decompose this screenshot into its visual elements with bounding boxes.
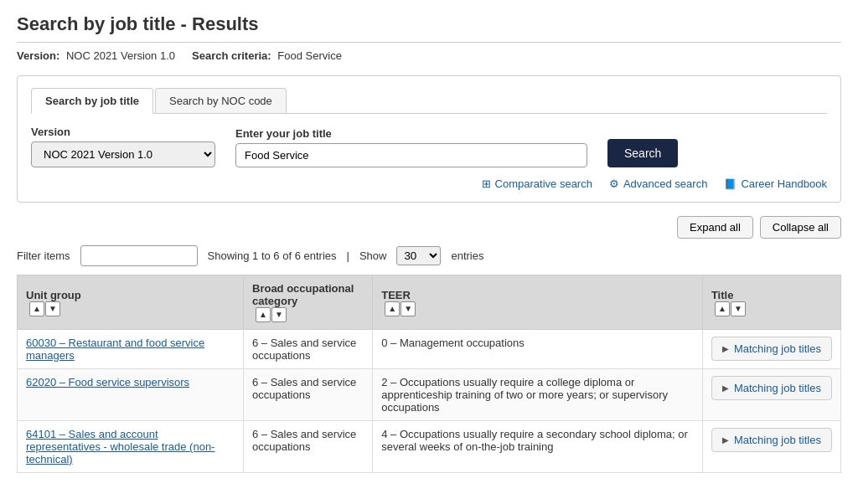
results-controls: Expand all Collapse all <box>17 216 841 239</box>
gear-icon <box>609 177 619 190</box>
show-label: Show <box>359 249 387 262</box>
unit-group-sort[interactable]: ▲ ▼ <box>29 301 60 316</box>
match-label: Matching job titles <box>734 434 821 446</box>
criteria-value: Food Service <box>277 49 342 62</box>
matching-job-titles-button[interactable]: ▶Matching job titles <box>711 428 832 452</box>
broad-category-cell: 6 – Sales and service occupations <box>244 369 373 421</box>
show-entries-select[interactable]: 10 25 30 50 100 <box>396 246 441 265</box>
table-row: 60030 – Restaurant and food service mana… <box>18 330 841 369</box>
unit-group-link[interactable]: 60030 – Restaurant and food service mana… <box>26 337 204 362</box>
sort-up-icon[interactable]: ▲ <box>385 301 400 316</box>
unit-group-link[interactable]: 62020 – Food service supervisors <box>26 376 189 388</box>
sort-down-icon[interactable]: ▼ <box>731 301 746 316</box>
job-title-group: Enter your job title <box>235 127 587 167</box>
title-sort[interactable]: ▲ ▼ <box>715 301 746 316</box>
pipe-separator: | <box>347 249 349 262</box>
book-icon <box>724 177 737 190</box>
sort-down-icon[interactable]: ▼ <box>401 301 416 316</box>
sort-down-icon[interactable]: ▼ <box>271 307 287 322</box>
table-header-row: Unit group ▲ ▼ Broad occupational catego… <box>18 275 841 330</box>
advanced-search-link[interactable]: Advanced search <box>609 177 707 190</box>
matching-job-titles-button[interactable]: ▶Matching job titles <box>711 376 832 400</box>
matching-job-titles-button[interactable]: ▶Matching job titles <box>711 337 832 361</box>
expand-arrow-icon: ▶ <box>722 383 729 393</box>
expand-arrow-icon: ▶ <box>722 344 729 353</box>
entries-label: entries <box>451 249 483 262</box>
sort-up-icon[interactable]: ▲ <box>29 301 44 316</box>
meta-info: Version: NOC 2021 Version 1.0 Search cri… <box>17 49 841 62</box>
version-label: Version: <box>17 49 59 62</box>
sort-up-icon[interactable]: ▲ <box>256 307 271 322</box>
match-label: Matching job titles <box>734 342 821 355</box>
filter-input[interactable] <box>80 245 198 266</box>
tab-job-title[interactable]: Search by job title <box>31 88 153 114</box>
job-title-input[interactable] <box>235 143 587 167</box>
version-select[interactable]: NOC 2021 Version 1.0 NOC 2016 Version 1.… <box>31 141 215 167</box>
col-unit-group: Unit group ▲ ▼ <box>18 275 244 330</box>
title-cell: ▶Matching job titles <box>702 421 840 473</box>
advanced-search-label: Advanced search <box>623 177 707 190</box>
showing-info: Showing 1 to 6 of 6 entries <box>208 249 337 262</box>
career-handbook-link[interactable]: Career Handbook <box>724 177 827 190</box>
filter-row: Filter items Showing 1 to 6 of 6 entries… <box>17 245 841 266</box>
tabs-container: Search by job title Search by NOC code <box>31 88 827 114</box>
broad-cat-sort[interactable]: ▲ ▼ <box>256 307 287 322</box>
col-title: Title ▲ ▼ <box>702 275 840 330</box>
version-group: Version NOC 2021 Version 1.0 NOC 2016 Ve… <box>31 126 215 167</box>
col-broad-category: Broad occupational category ▲ ▼ <box>244 275 373 330</box>
table-row: 62020 – Food service supervisors6 – Sale… <box>18 369 841 421</box>
search-links: Comparative search Advanced search Caree… <box>31 177 827 190</box>
comparative-search-link[interactable]: Comparative search <box>482 177 592 190</box>
tab-noc-code[interactable]: Search by NOC code <box>155 88 287 113</box>
page-title: Search by job title - Results <box>17 13 841 43</box>
expand-arrow-icon: ▶ <box>722 435 729 445</box>
table-row: 64101 – Sales and account representative… <box>18 421 841 473</box>
col-teer: TEER ▲ ▼ <box>373 275 703 330</box>
match-label: Matching job titles <box>734 382 821 394</box>
teer-cell: 2 – Occupations usually require a colleg… <box>373 369 703 421</box>
collapse-all-button[interactable]: Collapse all <box>760 216 841 239</box>
teer-cell: 4 – Occupations usually require a second… <box>373 421 703 473</box>
comparative-search-label: Comparative search <box>495 177 592 190</box>
teer-cell: 0 – Management occupations <box>373 330 703 369</box>
career-handbook-label: Career Handbook <box>741 177 827 190</box>
criteria-meta: Search criteria: Food Service <box>192 49 342 62</box>
results-table: Unit group ▲ ▼ Broad occupational catego… <box>17 275 841 473</box>
job-title-label: Enter your job title <box>235 127 587 140</box>
sort-up-icon[interactable]: ▲ <box>715 301 730 316</box>
grid-icon <box>482 177 491 190</box>
search-button[interactable]: Search <box>607 139 678 167</box>
version-field-label: Version <box>31 126 215 138</box>
expand-all-button[interactable]: Expand all <box>677 216 753 239</box>
filter-label: Filter items <box>17 249 70 262</box>
broad-category-cell: 6 – Sales and service occupations <box>244 421 373 473</box>
criteria-label: Search criteria: <box>192 49 271 62</box>
search-form: Version NOC 2021 Version 1.0 NOC 2016 Ve… <box>31 126 827 167</box>
title-cell: ▶Matching job titles <box>702 330 840 369</box>
broad-category-cell: 6 – Sales and service occupations <box>244 330 373 369</box>
version-value: NOC 2021 Version 1.0 <box>66 49 175 62</box>
version-meta: Version: NOC 2021 Version 1.0 <box>17 49 175 62</box>
teer-sort[interactable]: ▲ ▼ <box>385 301 416 316</box>
unit-group-link[interactable]: 64101 – Sales and account representative… <box>26 428 214 465</box>
sort-down-icon[interactable]: ▼ <box>45 301 60 316</box>
search-box: Search by job title Search by NOC code V… <box>17 75 841 203</box>
title-cell: ▶Matching job titles <box>702 369 840 421</box>
